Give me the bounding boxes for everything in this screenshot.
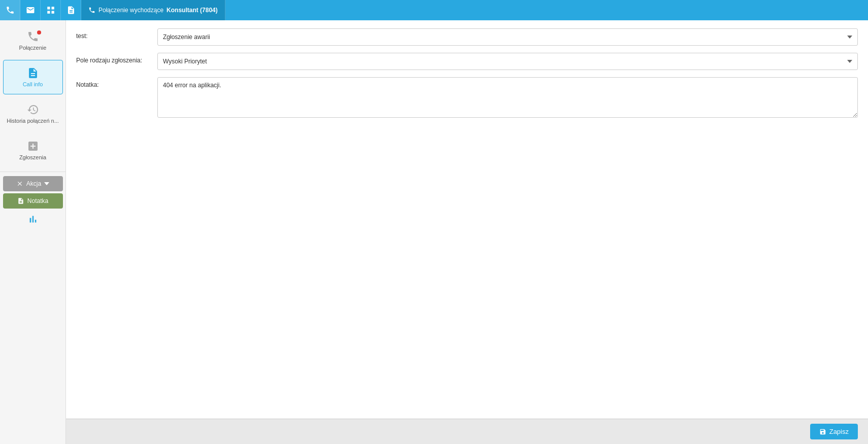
history-icon (27, 104, 39, 116)
control-pole-rodzaju: Wysoki Priorytet Niski Priorytet (157, 53, 858, 70)
active-dot (37, 30, 41, 35)
label-test: test: (76, 28, 157, 40)
form-row-notatka: Notatka: 404 error na aplikacji. (76, 77, 858, 119)
control-notatka: 404 error na aplikacji. (157, 77, 858, 119)
notatka-button[interactable]: Notatka (3, 193, 63, 209)
sidebar-item-historia[interactable]: Historia połączeń n... (3, 96, 63, 131)
sidebar-item-polaczenie[interactable]: Połączenie (3, 23, 63, 58)
call-info-icon (27, 67, 39, 79)
content-area: test: Zgłoszenie awarii Inne Pole rodzaj… (66, 20, 868, 444)
main-layout: Połączenie Call info Historia połączeń n… (0, 20, 868, 444)
akcja-button[interactable]: Akcja (3, 176, 63, 191)
sidebar-polaczenie-label: Połączenie (19, 45, 47, 51)
sidebar-item-call-info[interactable]: Call info (3, 60, 63, 94)
sidebar: Połączenie Call info Historia połączeń n… (0, 20, 66, 444)
tab-label-bold: Konsultant (7804) (166, 7, 218, 14)
bottom-bar: Zapisz (66, 419, 868, 444)
sidebar-callinfo-label: Call info (23, 81, 43, 87)
zgloszenia-icon (27, 140, 39, 152)
document-nav-icon[interactable] (61, 0, 81, 20)
phone-nav-icon[interactable] (0, 0, 20, 20)
form-area: test: Zgłoszenie awarii Inne Pole rodzaj… (66, 20, 868, 419)
label-notatka: Notatka: (76, 77, 157, 88)
textarea-notatka[interactable]: 404 error na aplikacji. (157, 77, 858, 118)
sidebar-historia-label: Historia połączeń n... (7, 118, 59, 124)
outgoing-call-tab[interactable]: Połączenie wychodzące Konsultant (7804) (81, 0, 225, 20)
select-test[interactable]: Zgłoszenie awarii Inne (157, 28, 858, 46)
chart-icon[interactable] (27, 214, 39, 225)
zapisz-label: Zapisz (829, 428, 849, 435)
email-nav-icon[interactable] (20, 0, 41, 20)
sidebar-divider (0, 172, 65, 172)
form-row-pole-rodzaju: Pole rodzaju zgłoszenia: Wysoki Prioryte… (76, 53, 858, 70)
zapisz-button[interactable]: Zapisz (810, 424, 858, 439)
sidebar-zgloszenia-label: Zgłoszenia (19, 154, 46, 160)
notatka-label: Notatka (27, 197, 48, 204)
grid-nav-icon[interactable] (41, 0, 61, 20)
top-bar: Połączenie wychodzące Konsultant (7804) (0, 0, 868, 20)
akcja-label: Akcja (26, 180, 41, 187)
top-bar-icons (0, 0, 81, 20)
tab-label-normal: Połączenie wychodzące (98, 7, 163, 14)
form-row-test: test: Zgłoszenie awarii Inne (76, 28, 858, 46)
phone-sidebar-icon (27, 30, 39, 43)
control-test: Zgłoszenie awarii Inne (157, 28, 858, 46)
sidebar-item-zgloszenia[interactable]: Zgłoszenia (3, 133, 63, 167)
label-pole-rodzaju: Pole rodzaju zgłoszenia: (76, 53, 157, 64)
select-pole-rodzaju[interactable]: Wysoki Priorytet Niski Priorytet (157, 53, 858, 70)
